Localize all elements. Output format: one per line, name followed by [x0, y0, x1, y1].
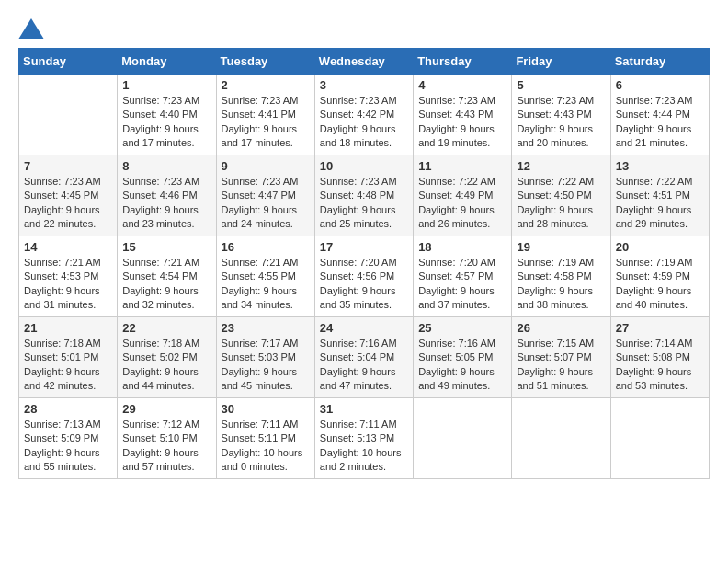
- daylight-text-2: and 44 minutes.: [122, 379, 210, 393]
- calendar-week-row: 28Sunrise: 7:13 AMSunset: 5:09 PMDayligh…: [19, 398, 710, 479]
- day-number: 15: [122, 240, 210, 254]
- sunset-text: Sunset: 4:55 PM: [222, 270, 310, 283]
- daylight-text-2: and 19 minutes.: [418, 136, 506, 150]
- calendar-table: SundayMondayTuesdayWednesdayThursdayFrid…: [18, 48, 710, 479]
- calendar-cell: 24Sunrise: 7:16 AMSunset: 5:04 PMDayligh…: [314, 317, 413, 398]
- day-number: 24: [320, 321, 408, 335]
- calendar-cell: 20Sunrise: 7:19 AMSunset: 4:59 PMDayligh…: [610, 236, 709, 317]
- calendar-cell: 8Sunrise: 7:23 AMSunset: 4:46 PMDaylight…: [118, 155, 216, 236]
- daylight-text-2: and 38 minutes.: [517, 298, 605, 312]
- sunset-text: Sunset: 5:13 PM: [320, 431, 408, 445]
- daylight-text-2: and 45 minutes.: [222, 379, 310, 393]
- sunset-text: Sunset: 5:01 PM: [24, 350, 112, 364]
- daylight-text-1: Daylight: 9 hours: [122, 365, 210, 379]
- daylight-text-2: and 24 minutes.: [222, 217, 310, 231]
- sunset-text: Sunset: 5:08 PM: [616, 350, 704, 364]
- sunrise-text: Sunrise: 7:23 AM: [616, 94, 704, 108]
- daylight-text-1: Daylight: 9 hours: [517, 122, 605, 136]
- daylight-text-2: and 40 minutes.: [616, 298, 704, 312]
- calendar-cell: 27Sunrise: 7:14 AMSunset: 5:08 PMDayligh…: [610, 317, 709, 398]
- day-number: 10: [320, 159, 408, 173]
- sunset-text: Sunset: 4:45 PM: [24, 189, 112, 202]
- daylight-text-1: Daylight: 9 hours: [616, 122, 704, 136]
- daylight-text-2: and 2 minutes.: [320, 460, 408, 474]
- sunrise-text: Sunrise: 7:17 AM: [222, 337, 310, 350]
- sunrise-text: Sunrise: 7:18 AM: [122, 337, 210, 350]
- column-header-tuesday: Tuesday: [216, 49, 314, 75]
- calendar-cell: 3Sunrise: 7:23 AMSunset: 4:42 PMDaylight…: [314, 75, 413, 155]
- daylight-text-2: and 22 minutes.: [24, 217, 112, 231]
- calendar-week-row: 21Sunrise: 7:18 AMSunset: 5:01 PMDayligh…: [19, 317, 710, 398]
- daylight-text-2: and 17 minutes.: [222, 136, 310, 150]
- sunrise-text: Sunrise: 7:22 AM: [418, 175, 506, 189]
- daylight-text-1: Daylight: 9 hours: [320, 284, 408, 298]
- daylight-text-2: and 55 minutes.: [24, 460, 112, 474]
- sunrise-text: Sunrise: 7:23 AM: [222, 175, 310, 189]
- day-number: 26: [517, 321, 605, 335]
- sunrise-text: Sunrise: 7:23 AM: [24, 175, 112, 189]
- daylight-text-1: Daylight: 10 hours: [320, 446, 408, 460]
- sunset-text: Sunset: 4:59 PM: [616, 270, 704, 283]
- sunset-text: Sunset: 5:09 PM: [24, 431, 112, 445]
- calendar-cell: 26Sunrise: 7:15 AMSunset: 5:07 PMDayligh…: [512, 317, 610, 398]
- sunset-text: Sunset: 5:10 PM: [122, 431, 210, 445]
- daylight-text-1: Daylight: 9 hours: [418, 122, 506, 136]
- calendar-cell: 25Sunrise: 7:16 AMSunset: 5:05 PMDayligh…: [414, 317, 512, 398]
- day-number: 8: [122, 159, 210, 173]
- sunset-text: Sunset: 4:58 PM: [517, 270, 605, 283]
- calendar-cell: 31Sunrise: 7:11 AMSunset: 5:13 PMDayligh…: [314, 398, 413, 479]
- daylight-text-1: Daylight: 9 hours: [517, 284, 605, 298]
- daylight-text-2: and 51 minutes.: [517, 379, 605, 393]
- daylight-text-2: and 47 minutes.: [320, 379, 408, 393]
- day-number: 2: [222, 78, 310, 92]
- daylight-text-2: and 25 minutes.: [320, 217, 408, 231]
- sunset-text: Sunset: 4:53 PM: [24, 270, 112, 283]
- daylight-text-1: Daylight: 9 hours: [122, 446, 210, 460]
- day-number: 14: [24, 240, 112, 254]
- daylight-text-1: Daylight: 9 hours: [616, 284, 704, 298]
- sunrise-text: Sunrise: 7:16 AM: [418, 337, 506, 350]
- day-number: 9: [222, 159, 310, 173]
- daylight-text-2: and 26 minutes.: [418, 217, 506, 231]
- calendar-cell: 18Sunrise: 7:20 AMSunset: 4:57 PMDayligh…: [414, 236, 512, 317]
- calendar-cell: 11Sunrise: 7:22 AMSunset: 4:49 PMDayligh…: [414, 155, 512, 236]
- calendar-cell: 13Sunrise: 7:22 AMSunset: 4:51 PMDayligh…: [610, 155, 709, 236]
- day-number: 28: [24, 402, 112, 416]
- calendar-cell: 30Sunrise: 7:11 AMSunset: 5:11 PMDayligh…: [216, 398, 314, 479]
- calendar-cell: 1Sunrise: 7:23 AMSunset: 4:40 PMDaylight…: [118, 75, 216, 155]
- calendar-cell: 19Sunrise: 7:19 AMSunset: 4:58 PMDayligh…: [512, 236, 610, 317]
- daylight-text-1: Daylight: 9 hours: [122, 122, 210, 136]
- calendar-cell: 10Sunrise: 7:23 AMSunset: 4:48 PMDayligh…: [314, 155, 413, 236]
- daylight-text-1: Daylight: 9 hours: [320, 203, 408, 217]
- day-number: 18: [418, 240, 506, 254]
- sunset-text: Sunset: 5:03 PM: [222, 350, 310, 364]
- daylight-text-1: Daylight: 9 hours: [418, 203, 506, 217]
- daylight-text-1: Daylight: 9 hours: [222, 122, 310, 136]
- sunrise-text: Sunrise: 7:20 AM: [418, 256, 506, 270]
- svg-marker-0: [18, 18, 43, 39]
- sunset-text: Sunset: 5:05 PM: [418, 350, 506, 364]
- column-header-wednesday: Wednesday: [314, 49, 413, 75]
- day-number: 7: [24, 159, 112, 173]
- sunrise-text: Sunrise: 7:11 AM: [222, 418, 310, 431]
- sunrise-text: Sunrise: 7:18 AM: [24, 337, 112, 350]
- sunrise-text: Sunrise: 7:23 AM: [122, 94, 210, 108]
- calendar-cell: 14Sunrise: 7:21 AMSunset: 4:53 PMDayligh…: [19, 236, 118, 317]
- daylight-text-2: and 49 minutes.: [418, 379, 506, 393]
- daylight-text-2: and 18 minutes.: [320, 136, 408, 150]
- day-number: 20: [616, 240, 704, 254]
- calendar-cell: 29Sunrise: 7:12 AMSunset: 5:10 PMDayligh…: [118, 398, 216, 479]
- daylight-text-1: Daylight: 9 hours: [320, 122, 408, 136]
- sunrise-text: Sunrise: 7:12 AM: [122, 418, 210, 431]
- daylight-text-2: and 17 minutes.: [122, 136, 210, 150]
- sunrise-text: Sunrise: 7:23 AM: [418, 94, 506, 108]
- daylight-text-2: and 31 minutes.: [24, 298, 112, 312]
- daylight-text-2: and 53 minutes.: [616, 379, 704, 393]
- day-number: 21: [24, 321, 112, 335]
- day-number: 3: [320, 78, 408, 92]
- daylight-text-2: and 29 minutes.: [616, 217, 704, 231]
- daylight-text-2: and 21 minutes.: [616, 136, 704, 150]
- calendar-cell: 15Sunrise: 7:21 AMSunset: 4:54 PMDayligh…: [118, 236, 216, 317]
- calendar-cell: 4Sunrise: 7:23 AMSunset: 4:43 PMDaylight…: [414, 75, 512, 155]
- sunrise-text: Sunrise: 7:22 AM: [517, 175, 605, 189]
